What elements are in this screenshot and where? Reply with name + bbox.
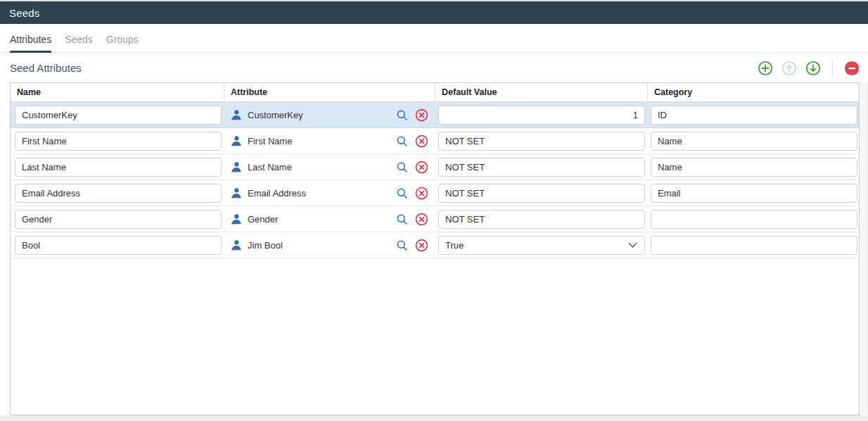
scrollbar-gutter[interactable] (860, 82, 867, 415)
attribute-name-input[interactable] (15, 184, 222, 203)
search-attribute-button[interactable] (395, 134, 409, 148)
move-down-button[interactable] (805, 61, 821, 76)
default-value-selected-option: True (445, 240, 464, 251)
attribute-label: First Name (248, 136, 293, 146)
section-title: Seed Attributes (10, 62, 82, 74)
move-down-circle-icon (805, 61, 821, 76)
default-value-cell (435, 206, 648, 232)
attribute-label: Gender (248, 214, 278, 225)
move-up-button[interactable] (781, 61, 797, 76)
window-titlebar: Seeds (0, 1, 868, 24)
default-value-cell: True (435, 232, 648, 258)
section-bar: Seed Attributes (0, 53, 868, 81)
name-cell (11, 128, 224, 153)
clear-attribute-icon (415, 108, 428, 122)
attribute-cell: Last Name (224, 154, 435, 180)
default-value-input[interactable] (438, 158, 645, 177)
default-value-input[interactable] (438, 184, 645, 203)
search-icon (395, 134, 409, 148)
clear-attribute-button[interactable] (415, 108, 428, 122)
clear-attribute-icon (415, 161, 428, 174)
name-cell (11, 102, 224, 127)
clear-attribute-icon (415, 134, 428, 148)
grid-header: Name Attribute Default Value Category (11, 83, 859, 102)
remove-attribute-button[interactable] (844, 61, 860, 76)
name-cell (11, 154, 224, 180)
table-row[interactable]: CustomerKey (11, 102, 859, 128)
category-input[interactable] (651, 132, 857, 151)
search-attribute-button[interactable] (395, 239, 409, 252)
name-cell (11, 206, 224, 232)
attributes-grid-zone: Name Attribute Default Value Category Cu… (10, 82, 868, 415)
table-row[interactable]: Email Address (11, 180, 859, 206)
category-cell (648, 128, 859, 153)
category-input[interactable] (651, 184, 857, 203)
person-icon (230, 161, 242, 173)
tab-groups[interactable]: Groups (106, 34, 139, 53)
tab-seeds[interactable]: Seeds (65, 34, 93, 53)
attribute-cell: Jim Bool (224, 232, 435, 258)
column-header-attribute: Attribute (224, 83, 435, 101)
default-value-input[interactable] (438, 210, 645, 229)
attribute-label: CustomerKey (248, 110, 303, 120)
clear-attribute-button[interactable] (415, 213, 428, 226)
attribute-cell: CustomerKey (224, 102, 435, 127)
add-attribute-button[interactable] (758, 61, 773, 76)
default-value-input[interactable] (438, 132, 645, 151)
default-value-select[interactable]: True (438, 236, 645, 255)
attribute-name-input[interactable] (15, 236, 222, 255)
attribute-label: Email Address (248, 188, 306, 199)
table-row[interactable]: Last Name (11, 154, 859, 180)
category-cell (648, 102, 859, 127)
search-icon (395, 108, 409, 122)
search-icon (395, 213, 409, 226)
attribute-label: Jim Bool (248, 240, 283, 251)
attribute-cell: First Name (224, 128, 435, 153)
attribute-cell: Email Address (224, 180, 435, 206)
person-icon (230, 213, 242, 225)
default-value-cell (435, 128, 648, 153)
toolbar-divider (832, 59, 833, 77)
table-body: CustomerKey (11, 102, 859, 258)
category-input[interactable] (651, 236, 857, 255)
tab-attributes[interactable]: Attributes (10, 34, 51, 53)
attribute-name-input[interactable] (15, 106, 222, 125)
category-cell (648, 154, 859, 180)
clear-attribute-button[interactable] (415, 134, 428, 148)
clear-attribute-button[interactable] (415, 239, 428, 252)
person-icon (230, 187, 242, 199)
attribute-name-input[interactable] (15, 158, 222, 177)
default-value-input[interactable] (438, 106, 645, 125)
clear-attribute-button[interactable] (415, 161, 428, 174)
table-row[interactable]: Gender (11, 206, 859, 232)
search-attribute-button[interactable] (395, 187, 409, 200)
category-input[interactable] (651, 106, 857, 125)
search-attribute-button[interactable] (395, 213, 409, 226)
attributes-toolbar (758, 59, 860, 77)
category-input[interactable] (651, 158, 857, 177)
clear-attribute-icon (415, 187, 428, 200)
clear-attribute-icon (415, 239, 428, 252)
name-cell (11, 180, 224, 206)
search-attribute-button[interactable] (395, 161, 409, 174)
clear-attribute-icon (415, 213, 428, 226)
name-cell (11, 232, 224, 258)
attribute-name-input[interactable] (15, 132, 222, 151)
column-header-name: Name (11, 83, 224, 101)
category-cell (648, 180, 859, 206)
attribute-name-input[interactable] (15, 210, 222, 229)
attribute-cell: Gender (224, 206, 435, 232)
category-input[interactable] (651, 210, 857, 229)
default-value-cell (435, 180, 648, 206)
attributes-grid: Name Attribute Default Value Category Cu… (10, 82, 860, 415)
table-row[interactable]: First Name (11, 128, 859, 154)
search-icon (395, 161, 409, 174)
tab-bar: Attributes Seeds Groups (0, 24, 868, 53)
column-header-category: Category (648, 83, 859, 101)
search-attribute-button[interactable] (395, 108, 409, 122)
table-row[interactable]: Jim Bool True (11, 232, 859, 258)
category-cell (648, 232, 859, 258)
search-icon (395, 187, 409, 200)
clear-attribute-button[interactable] (415, 187, 428, 200)
remove-circle-icon (844, 61, 860, 76)
